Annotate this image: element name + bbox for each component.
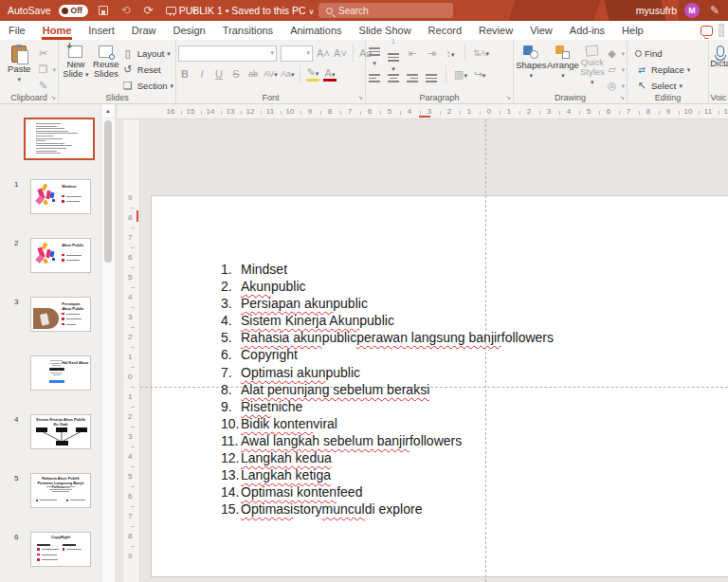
autosave-toggle[interactable]: Off [59, 5, 88, 17]
increase-indent-button[interactable]: ⇥ [425, 47, 438, 60]
list-item[interactable]: 1.Mindset [221, 262, 554, 279]
tab-slide-show[interactable]: Slide Show [351, 21, 420, 40]
thumbnail-row[interactable]: 4Sistem Kinerja Akun Publik Ke Otak [0, 411, 100, 470]
tab-file[interactable]: File [0, 21, 34, 40]
strikethrough-alt-button[interactable]: ab [246, 69, 260, 79]
slide-thumbnail-8[interactable]: CopyRight [30, 532, 91, 567]
list-item[interactable]: 14.Optimasi konten feed [221, 484, 554, 501]
scroll-up-icon[interactable]: ▲ [101, 104, 115, 118]
text-highlight-button[interactable]: ✎▾ [306, 66, 319, 82]
avatar[interactable]: M [684, 3, 700, 18]
vertical-ruler[interactable]: 9876543210123456789 [123, 119, 140, 582]
align-right-button[interactable] [406, 66, 419, 82]
clipboard-dialog-launcher[interactable]: ↘ [50, 94, 56, 101]
text-direction-button[interactable]: ⇅A▾ [473, 48, 486, 58]
tab-record[interactable]: Record [420, 21, 470, 40]
font-name-combobox[interactable]: ▾ [178, 45, 277, 62]
align-left-button[interactable] [368, 66, 381, 82]
bold-button[interactable]: B [178, 68, 191, 80]
tab-transitions[interactable]: Transitions [214, 21, 282, 40]
italic-button[interactable]: I [195, 68, 209, 80]
paste-button[interactable]: Paste▾ [2, 43, 36, 92]
paragraph-dialog-launcher[interactable]: ↘ [505, 94, 511, 101]
drawing-dialog-launcher[interactable]: ↘ [619, 94, 625, 101]
list-item[interactable]: 15.Optimasi story muncul di explore [221, 501, 554, 518]
slide-thumbnail-5[interactable]: Hal Kecil Akun [30, 355, 91, 391]
strikethrough-button[interactable]: S [229, 68, 243, 80]
dictate-button[interactable]: Dicta [711, 43, 728, 92]
thumbnail-row[interactable]: 1Mindset [0, 176, 100, 235]
thumbnail-row[interactable]: 3Persiapan Akun Public [0, 294, 100, 353]
cut-button[interactable]: ✂ [36, 46, 56, 61]
thumbnail-row[interactable]: 6CopyRight [0, 529, 100, 582]
tab-insert[interactable]: Insert [80, 21, 123, 40]
tab-view[interactable]: View [521, 21, 561, 40]
list-item[interactable]: 5.Rahasia akun public perawan langsung b… [221, 330, 554, 347]
align-center-button[interactable] [387, 66, 400, 82]
comments-icon[interactable] [701, 26, 713, 36]
list-item[interactable]: 8.Alat penunjang sebelum beraksi [221, 382, 554, 399]
thumbnail-row[interactable]: 2Akun Public [0, 235, 100, 294]
tab-add-ins[interactable]: Add-ins [561, 21, 613, 40]
shape-outline-button[interactable]: ▱▾ [605, 63, 625, 77]
arrange-button[interactable]: Arrange▾ [547, 43, 580, 92]
slide-canvas[interactable]: 1.Mindset2.Akun public3.Persiapan akun p… [140, 119, 728, 582]
shape-effects-button[interactable]: ◎▾ [605, 79, 625, 93]
quick-styles-button[interactable]: QuickStyles ▾ [579, 43, 605, 92]
list-item[interactable]: 9.Riset niche [221, 399, 554, 416]
slide-thumbnail-3[interactable]: Akun Public [30, 238, 91, 273]
smartart-button[interactable]: ↪▾ [473, 68, 486, 81]
list-item[interactable]: 12.Langkah kedua [221, 450, 554, 467]
font-color-button[interactable]: A▾ [323, 67, 337, 82]
tab-home[interactable]: Home [34, 21, 81, 40]
list-item[interactable]: 11.Awal langkah sebelum banjir followers [221, 433, 554, 450]
slide-thumbnail-panel[interactable]: 1Mindset2Akun Public3Persiapan Akun Publ… [0, 104, 100, 582]
list-item[interactable]: 7.Optimasi akun public [221, 365, 554, 382]
list-item[interactable]: 3.Persiapan akun public [221, 296, 554, 313]
slide-thumbnail-2[interactable]: Mindset [30, 179, 91, 214]
slide-thumbnail-1[interactable] [24, 118, 95, 160]
section-button[interactable]: ❏Section▾ [121, 79, 173, 93]
columns-button[interactable]: ▥▾ [454, 68, 467, 81]
decrease-indent-button[interactable]: ⇤ [406, 47, 419, 60]
list-item[interactable]: 4.Sistem Kinerja Akun public [221, 313, 554, 330]
line-spacing-button[interactable]: ↕▾ [444, 47, 457, 59]
new-slide-button[interactable]: + NewSlide ▾ [61, 43, 91, 92]
reuse-slides-button[interactable]: ReuseSlides [91, 43, 121, 92]
replace-button[interactable]: ⇄Replace▾ [635, 63, 690, 77]
inking-icon[interactable]: ✎ [707, 3, 722, 18]
list-item[interactable]: 13.Langkah ketiga [221, 467, 554, 484]
tab-design[interactable]: Design [164, 21, 213, 40]
thumbnail-row[interactable]: 5Rahasia Akun Publik Perawan Langsung Ba… [0, 470, 100, 529]
slide-thumbnail-6[interactable]: Sistem Kinerja Akun Publik Ke Otak [30, 414, 91, 449]
scrollbar-thumb[interactable] [104, 120, 112, 263]
shapes-button[interactable]: Shapes▾ [516, 43, 547, 92]
font-size-combobox[interactable]: ▾ [281, 45, 313, 62]
tab-animations[interactable]: Animations [282, 21, 350, 40]
search-box[interactable]: Search [318, 3, 453, 18]
undo-button[interactable]: ⟲ [118, 3, 134, 18]
select-button[interactable]: ↖Select▾ [635, 79, 690, 93]
thumbnail-scrollbar[interactable]: ▲ [100, 104, 116, 582]
change-case-button[interactable]: Aa▾ [281, 69, 294, 79]
slide-body-text[interactable]: 1.Mindset2.Akun public3.Persiapan akun p… [221, 262, 554, 518]
thumbnail-row[interactable]: Hal Kecil Akun [0, 353, 100, 411]
tab-help[interactable]: Help [613, 21, 652, 40]
list-item[interactable]: 10.Bidik konten viral [221, 416, 554, 433]
shape-fill-button[interactable]: ◆▾ [605, 46, 625, 61]
font-dialog-launcher[interactable]: ↘ [357, 94, 363, 101]
thumbnail-row[interactable] [0, 118, 100, 176]
layout-button[interactable]: ▯Layout▾ [121, 46, 173, 61]
list-item[interactable]: 6.Copyright [221, 347, 554, 364]
save-button[interactable] [96, 3, 111, 18]
character-spacing-button[interactable]: AV▾ [264, 69, 277, 79]
slide-thumbnail-7[interactable]: Rahasia Akun Publik Perawan Langsung Ban… [30, 473, 91, 508]
list-item[interactable]: 2.Akun public [221, 279, 554, 296]
document-title[interactable]: PUBLIK 1 • Saved to this PC ∨ [171, 5, 322, 16]
underline-button[interactable]: U [212, 68, 226, 80]
format-painter-button[interactable]: ✎ [36, 79, 56, 93]
redo-button[interactable]: ⟳ [141, 3, 156, 18]
shrink-font-button[interactable]: A˅ [334, 47, 347, 59]
find-button[interactable]: Find [635, 46, 690, 61]
tab-draw[interactable]: Draw [123, 21, 165, 40]
